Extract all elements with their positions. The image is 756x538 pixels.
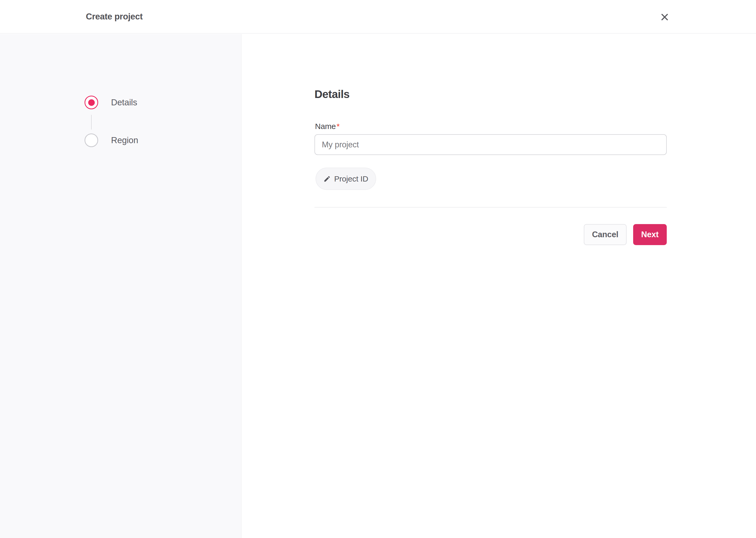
actions-row: Cancel Next — [314, 224, 667, 245]
cancel-button[interactable]: Cancel — [584, 224, 626, 245]
main-panel: Details Name* Project ID Cancel Next — [242, 34, 756, 538]
step-label-region: Region — [111, 135, 138, 145]
form-divider — [314, 207, 667, 207]
next-button[interactable]: Next — [633, 224, 667, 245]
stepper-sidebar: Details Region — [0, 34, 242, 538]
stepper-connector — [91, 115, 92, 130]
close-button[interactable] — [657, 9, 673, 25]
name-label-text: Name — [315, 122, 336, 131]
name-input[interactable] — [314, 134, 667, 155]
project-id-button[interactable]: Project ID — [315, 168, 376, 190]
required-asterisk: * — [337, 122, 339, 131]
project-id-button-label: Project ID — [334, 175, 368, 183]
pencil-icon — [323, 175, 331, 183]
section-heading: Details — [314, 88, 350, 101]
stepper-step-region[interactable]: Region — [84, 134, 138, 147]
radio-selected-icon — [84, 96, 98, 109]
header-bar: Create project — [0, 0, 756, 34]
close-icon — [660, 12, 669, 22]
page-title: Create project — [86, 0, 143, 33]
name-label: Name* — [315, 122, 340, 131]
radio-unselected-icon — [84, 134, 98, 147]
stepper-step-details[interactable]: Details — [84, 96, 137, 109]
step-label-details: Details — [111, 97, 137, 107]
